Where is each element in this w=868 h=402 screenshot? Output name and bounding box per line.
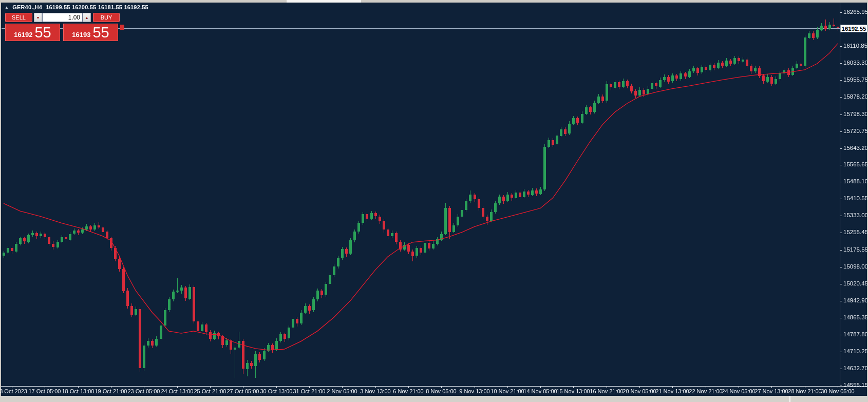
- price-axis-label: 15333.00: [843, 212, 868, 218]
- time-axis-label: 9 Nov 13:00: [459, 388, 489, 394]
- time-axis-label: 27 Oct 05:00: [227, 388, 259, 394]
- time-axis-label: 15 Nov 13:00: [556, 388, 590, 394]
- price-axis-tick: [840, 284, 842, 284]
- collapse-panel-icon[interactable]: ▲: [5, 5, 9, 10]
- buy-quote-panel[interactable]: 16193 55: [63, 24, 118, 41]
- price-axis-label: 16033.30: [843, 60, 868, 66]
- price-axis-tick: [840, 148, 842, 149]
- price-axis-tick: [840, 386, 842, 386]
- time-axis-label: 30 Nov 05:00: [821, 388, 854, 394]
- price-axis-tick: [840, 80, 842, 81]
- buy-button[interactable]: BUY: [93, 13, 120, 22]
- sell-price-pips: 55: [34, 25, 51, 41]
- volume-input[interactable]: [42, 13, 83, 22]
- time-axis-label: 20 Nov 05:00: [622, 388, 656, 394]
- candlestick-chart-canvas[interactable]: [0, 0, 868, 402]
- ohlc-readout: 16199.55 16200.55 16181.55 16192.55: [46, 4, 148, 10]
- price-axis-label: 14555.15: [843, 382, 868, 388]
- time-axis-label: 10 Nov 21:00: [490, 388, 524, 394]
- price-axis-tick: [840, 250, 842, 251]
- triangle-up-icon: ▲: [85, 16, 89, 20]
- price-axis-label: 15798.30: [843, 111, 868, 117]
- time-axis-label: 19 Oct 21:00: [95, 388, 127, 394]
- time-axis-label: 3 Nov 13:00: [360, 388, 390, 394]
- triangle-down-icon: ▼: [36, 16, 40, 20]
- time-axis-label: 31 Oct 21:00: [293, 388, 326, 394]
- price-axis-label: 15255.45: [843, 229, 868, 235]
- time-axis-label: 21 Nov 13:00: [655, 388, 689, 394]
- price-axis-label: 15410.55: [843, 195, 868, 201]
- time-axis-label: 28 Nov 21:00: [788, 388, 821, 394]
- time-axis-label: 24 Nov 05:00: [722, 388, 755, 394]
- time-axis-label: 24 Oct 13:00: [161, 388, 194, 394]
- time-axis-line: [1, 386, 867, 387]
- buy-price-main: 16193: [72, 31, 90, 39]
- time-axis-label: 6 Nov 21:00: [393, 388, 423, 394]
- price-axis-tick: [840, 182, 842, 182]
- price-axis-tick: [840, 352, 842, 352]
- price-axis-tick: [840, 114, 842, 115]
- price-axis-tick: [840, 199, 842, 199]
- time-axis-label: 13 Oct 2023: [0, 388, 27, 394]
- price-axis-tick: [840, 335, 842, 335]
- price-axis-tick: [840, 131, 842, 132]
- price-axis-tick: [840, 165, 842, 165]
- time-axis-label: 27 Nov 13:00: [754, 388, 788, 394]
- time-axis-label: 22 Nov 21:00: [689, 388, 722, 394]
- price-axis-label: 15020.45: [843, 280, 868, 286]
- price-axis-tick: [840, 301, 842, 301]
- trading-platform-window: 16265.9516110.8516033.3015955.7515878.20…: [0, 0, 868, 402]
- price-axis-tick: [840, 63, 842, 64]
- buy-price-pips: 55: [92, 25, 109, 41]
- time-axis-label: 25 Oct 21:00: [194, 388, 227, 394]
- price-axis-label: 15175.55: [843, 246, 868, 253]
- sell-price-main: 16192: [14, 31, 32, 39]
- price-axis-label: 15565.65: [843, 161, 868, 167]
- bottom-bar-divider: [789, 396, 790, 402]
- time-axis-label: 23 Oct 05:00: [128, 388, 160, 394]
- price-axis-tick: [840, 369, 842, 369]
- price-axis-label: 15098.00: [843, 263, 868, 270]
- price-axis-tick: [840, 267, 842, 267]
- price-axis-label: 14787.80: [843, 331, 868, 337]
- price-axis-label: 14942.90: [843, 297, 868, 303]
- price-axis-label: 15488.10: [843, 178, 868, 184]
- volume-decrement-button[interactable]: ▼: [34, 13, 42, 22]
- time-axis-label: 18 Oct 13:00: [62, 388, 95, 394]
- price-axis-tick: [840, 318, 842, 318]
- current-price-tag: 16192.55: [840, 25, 867, 32]
- time-axis-label: 14 Nov 05:00: [523, 388, 557, 394]
- price-axis-tick: [840, 216, 842, 216]
- time-axis-label: 16 Nov 21:00: [590, 388, 623, 394]
- time-axis-label: 17 Oct 05:00: [29, 388, 61, 394]
- price-axis-tick: [840, 97, 842, 98]
- price-axis-tick: [840, 233, 842, 233]
- price-axis-label: 15720.75: [843, 128, 868, 134]
- price-axis-label: 15643.20: [843, 145, 868, 151]
- price-axis-label: 16265.95: [843, 9, 868, 15]
- price-axis-label: 16110.85: [843, 43, 867, 49]
- price-axis-tick: [840, 12, 842, 13]
- sell-quote-panel[interactable]: 16192 55: [5, 24, 60, 41]
- sell-button[interactable]: SELL: [5, 13, 32, 22]
- chart-title: ▲ GER40.,H4 16199.55 16200.55 16181.55 1…: [5, 4, 148, 10]
- panel-edge-notch: [120, 25, 124, 30]
- price-axis-label: 15955.75: [843, 76, 868, 83]
- volume-increment-button[interactable]: ▲: [83, 13, 91, 22]
- symbol-timeframe-label: GER40.,H4: [12, 4, 42, 10]
- time-axis-label: 30 Oct 13:00: [260, 388, 293, 394]
- window-bottom-bar: [0, 396, 868, 402]
- time-axis-label: 8 Nov 05:00: [426, 388, 456, 394]
- price-axis-label: 14632.70: [843, 365, 868, 371]
- price-axis-tick: [840, 46, 842, 47]
- price-axis-label: 14865.35: [843, 314, 868, 320]
- price-axis-line: [840, 3, 840, 396]
- price-axis-label: 15878.20: [843, 93, 868, 100]
- time-axis-label: 2 Nov 05:00: [327, 388, 357, 394]
- price-axis-label: 14710.25: [843, 348, 868, 354]
